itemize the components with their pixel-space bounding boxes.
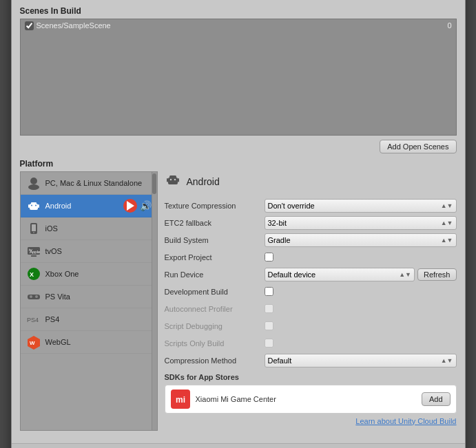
svg-point-1 — [28, 184, 39, 190]
psvita-icon — [26, 289, 41, 304]
platform-scrollbar[interactable] — [152, 172, 157, 430]
arrow-right-icon — [127, 201, 134, 211]
etc2-arrow: ▲▼ — [441, 220, 453, 226]
compression-arrow: ▲▼ — [441, 357, 453, 364]
svg-point-4 — [31, 204, 32, 206]
export-project-label: Export Project — [165, 253, 265, 262]
scene-number: 0 — [447, 21, 451, 30]
platform-name-ios: iOS — [45, 224, 58, 233]
platform-header: Android — [165, 171, 457, 192]
platform-item-tvos[interactable]: Apple tv tvOS — [21, 240, 157, 263]
export-project-checkbox[interactable] — [265, 253, 273, 262]
sdk-name: Xiaomi Mi Game Center — [196, 395, 416, 403]
platform-name-android: Android — [45, 202, 72, 210]
texture-compression-row: Texture Compression Don't override ▲▼ — [165, 199, 457, 213]
run-device-label: Run Device — [165, 270, 265, 279]
scripts-only-build-row: Scripts Only Build — [165, 337, 457, 350]
svg-text:PS4: PS4 — [27, 317, 39, 323]
run-device-value: Default device — [268, 270, 316, 279]
platform-name-psvita: PS Vita — [45, 292, 71, 301]
run-device-arrow: ▲▼ — [399, 271, 411, 278]
scenes-panel: Scenes/SampleScene 0 — [20, 19, 457, 136]
scene-checkbox[interactable] — [25, 21, 34, 30]
scenes-label: Scenes In Build — [20, 6, 457, 16]
svg-point-0 — [30, 178, 37, 184]
scene-item[interactable]: Scenes/SampleScene — [21, 19, 456, 32]
xbox-icon: X — [26, 266, 41, 281]
etc2-select[interactable]: 32-bit ▲▼ — [265, 216, 457, 230]
bottom-bar: 2 Switch Platform Player Settings... 3 B… — [12, 443, 465, 449]
add-open-scenes-button[interactable]: Add Open Scenes — [380, 140, 456, 153]
texture-compression-value: Don't override — [268, 202, 315, 210]
compression-method-row: Compression Method Default ▲▼ — [165, 354, 457, 367]
svg-text:X: X — [30, 271, 34, 278]
compression-method-value: Default — [268, 356, 292, 365]
etc2-row: ETC2 fallback 32-bit ▲▼ — [165, 216, 457, 230]
platform-name-webgl: WebGL — [45, 338, 71, 346]
build-system-row: Build System Gradle ▲▼ — [165, 233, 457, 247]
svg-point-19 — [35, 295, 38, 298]
texture-compression-select[interactable]: Don't override ▲▼ — [265, 199, 457, 213]
etc2-label: ETC2 fallback — [165, 219, 265, 227]
texture-compression-label: Texture Compression — [165, 202, 265, 210]
refresh-button[interactable]: Refresh — [417, 268, 457, 281]
build-system-arrow: ▲▼ — [441, 237, 453, 244]
standalone-icon — [26, 175, 41, 191]
script-debugging-row: Script Debugging — [165, 319, 457, 333]
script-debugging-checkbox — [265, 321, 273, 330]
svg-text:mi: mi — [176, 395, 185, 405]
svg-rect-17 — [28, 295, 40, 299]
svg-rect-24 — [169, 175, 176, 178]
svg-point-26 — [174, 178, 175, 180]
platform-item-webgl[interactable]: W WebGL — [21, 331, 157, 354]
platform-item-ios[interactable]: iOS — [21, 217, 157, 240]
platform-item-ps4[interactable]: PS4 PS4 — [21, 308, 157, 331]
scripts-only-build-label: Scripts Only Build — [165, 339, 265, 348]
script-debugging-label: Script Debugging — [165, 322, 265, 330]
svg-rect-9 — [32, 224, 36, 231]
arrow-badge — [123, 199, 137, 213]
speaker-icon: 🔊 — [140, 200, 152, 211]
add-open-scenes-row: Add Open Scenes — [20, 140, 457, 153]
build-system-value: Gradle — [268, 236, 291, 244]
window-content: Scenes In Build Scenes/SampleScene 0 Add… — [12, 0, 465, 443]
mi-icon: mi — [171, 390, 190, 409]
development-build-checkbox[interactable] — [265, 287, 273, 296]
android-header-icon — [165, 171, 181, 192]
platform-item-android[interactable]: Android 🔊 — [21, 195, 157, 217]
platform-item-psvita[interactable]: PS Vita — [21, 286, 157, 308]
tvos-icon: Apple tv — [26, 244, 41, 259]
compression-method-label: Compression Method — [165, 356, 265, 365]
build-settings-window: Build Settings Scenes In Build Scenes/Sa… — [11, 0, 466, 448]
svg-text:tv: tv — [29, 248, 32, 252]
scripts-only-build-checkbox — [265, 339, 273, 348]
platform-item-standalone[interactable]: PC, Mac & Linux Standalone — [21, 172, 157, 195]
scene-name: Scenes/SampleScene — [37, 21, 111, 30]
cloud-link[interactable]: Learn about Unity Cloud Build — [165, 417, 457, 425]
etc2-value: 32-bit — [268, 219, 287, 227]
run-device-controls: Default device ▲▼ Refresh — [265, 268, 457, 281]
development-build-row: Development Build — [165, 285, 457, 299]
sdk-add-button[interactable]: Add — [422, 392, 451, 406]
autoconnect-profiler-row: Autoconnect Profiler — [165, 302, 457, 316]
platform-name-tvos: tvOS — [45, 247, 62, 255]
run-device-select[interactable]: Default device ▲▼ — [265, 268, 415, 281]
webgl-icon: W — [26, 334, 41, 350]
ps4-icon: PS4 — [26, 312, 41, 327]
svg-rect-23 — [168, 178, 178, 184]
sdk-box: mi Xiaomi Mi Game Center Add — [165, 385, 457, 414]
scrollbar-thumb — [152, 173, 156, 194]
svg-rect-12 — [31, 255, 37, 257]
build-system-select[interactable]: Gradle ▲▼ — [265, 233, 457, 247]
platform-item-xbox[interactable]: X Xbox One — [21, 263, 157, 286]
android-icon — [26, 198, 41, 213]
svg-rect-27 — [167, 178, 168, 182]
svg-rect-28 — [178, 178, 179, 182]
platform-section: PC, Mac & Linux Standalone — [20, 171, 457, 431]
platform-list-container: PC, Mac & Linux Standalone — [20, 171, 158, 431]
svg-point-5 — [35, 204, 37, 206]
svg-text:W: W — [30, 340, 35, 346]
svg-point-25 — [169, 178, 171, 180]
compression-method-select[interactable]: Default ▲▼ — [265, 354, 457, 367]
texture-compression-arrow: ▲▼ — [441, 202, 453, 209]
